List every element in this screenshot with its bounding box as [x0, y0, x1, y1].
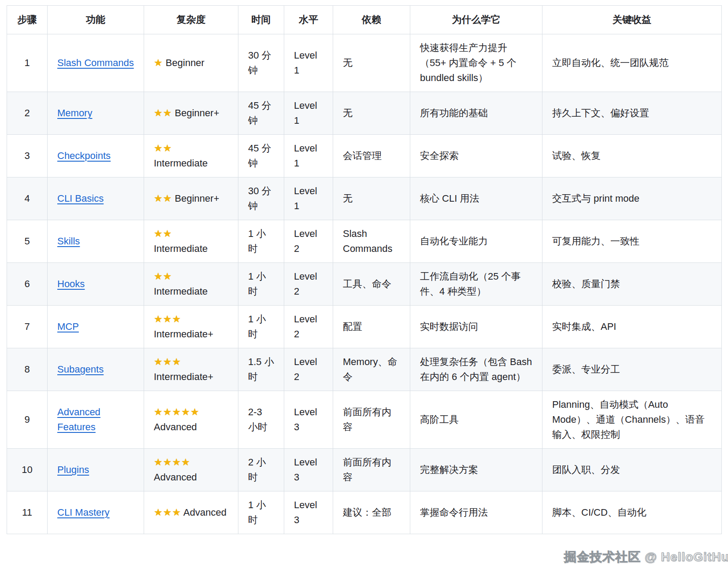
feature-link[interactable]: Checkpoints [57, 150, 111, 161]
step-cell: 7 [7, 306, 48, 348]
level-cell: Level 1 [284, 177, 333, 220]
step-cell: 6 [7, 263, 48, 306]
star-rating-icon: ★★★ [154, 314, 181, 325]
time-cell: 30 分钟 [238, 34, 284, 92]
feature-link[interactable]: Advanced Features [57, 406, 100, 432]
feature-cell: Plugins [48, 449, 144, 491]
step-cell: 2 [7, 92, 48, 135]
complexity-cell: ★★ Beginner+ [144, 92, 238, 135]
time-cell: 30 分钟 [238, 177, 284, 220]
time-cell: 45 分钟 [238, 135, 284, 177]
feature-link[interactable]: Skills [57, 236, 80, 247]
dependency-cell: 配置 [333, 306, 410, 348]
table-row: 9 Advanced Features ★★★★★ Advanced 2-3 小… [7, 391, 722, 449]
table-row: 6 Hooks ★★ Intermediate 1 小时 Level 2 工具、… [7, 263, 722, 306]
star-rating-icon: ★★★★ [154, 457, 190, 468]
complexity-label: Intermediate+ [154, 329, 213, 340]
table-header: 步骤 功能 复杂度 时间 水平 依赖 为什么学它 关键收益 [7, 6, 722, 34]
complexity-cell: ★★★ Intermediate+ [144, 348, 238, 391]
level-cell: Level 3 [284, 449, 333, 491]
complexity-label: Advanced [154, 472, 197, 483]
feature-link[interactable]: Subagents [57, 364, 104, 375]
time-cell: 1 小时 [238, 220, 284, 263]
benefit-cell: 可复用能力、一致性 [542, 220, 722, 263]
feature-cell: Subagents [48, 348, 144, 391]
complexity-cell: ★★★ Intermediate+ [144, 306, 238, 348]
dependency-cell: Slash Commands [333, 220, 410, 263]
why-cell: 工作流自动化（25 个事件、4 种类型） [410, 263, 542, 306]
page: 步骤 功能 复杂度 时间 水平 依赖 为什么学它 关键收益 1 Slash Co… [0, 0, 728, 576]
step-cell: 9 [7, 391, 48, 449]
header-step: 步骤 [7, 6, 48, 34]
benefit-cell: 立即自动化、统一团队规范 [542, 34, 722, 92]
table-row: 2 Memory ★★ Beginner+ 45 分钟 Level 1 无 所有… [7, 92, 722, 135]
feature-cell: Skills [48, 220, 144, 263]
time-cell: 1 小时 [238, 306, 284, 348]
dependency-cell: 无 [333, 34, 410, 92]
level-cell: Level 2 [284, 220, 333, 263]
header-time: 时间 [238, 6, 284, 34]
level-cell: Level 2 [284, 263, 333, 306]
benefit-cell: 脚本、CI/CD、自动化 [542, 491, 722, 534]
time-cell: 1 小时 [238, 263, 284, 306]
feature-link[interactable]: MCP [57, 321, 79, 332]
why-cell: 掌握命令行用法 [410, 491, 542, 534]
feature-cell: Checkpoints [48, 135, 144, 177]
benefit-cell: 委派、专业分工 [542, 348, 722, 391]
complexity-label: Intermediate [154, 158, 208, 169]
complexity-cell: ★ Beginner [144, 34, 238, 92]
step-cell: 5 [7, 220, 48, 263]
header-row: 步骤 功能 复杂度 时间 水平 依赖 为什么学它 关键收益 [7, 6, 722, 34]
step-cell: 11 [7, 491, 48, 534]
feature-link[interactable]: CLI Basics [57, 193, 104, 204]
level-cell: Level 1 [284, 135, 333, 177]
learning-path-table: 步骤 功能 复杂度 时间 水平 依赖 为什么学它 关键收益 1 Slash Co… [7, 5, 722, 534]
why-cell: 完整解决方案 [410, 449, 542, 491]
complexity-cell: ★★ Intermediate [144, 135, 238, 177]
star-rating-icon: ★★ [154, 228, 172, 239]
dependency-cell: 前面所有内容 [333, 449, 410, 491]
complexity-cell: ★★ Beginner+ [144, 177, 238, 220]
dependency-cell: 无 [333, 92, 410, 135]
table-row: 4 CLI Basics ★★ Beginner+ 30 分钟 Level 1 … [7, 177, 722, 220]
header-why: 为什么学它 [410, 6, 542, 34]
complexity-label: Advanced [154, 421, 197, 432]
feature-cell: MCP [48, 306, 144, 348]
table-row: 1 Slash Commands ★ Beginner 30 分钟 Level … [7, 34, 722, 92]
step-cell: 1 [7, 34, 48, 92]
dependency-cell: 前面所有内容 [333, 391, 410, 449]
feature-link[interactable]: Memory [57, 107, 92, 118]
time-cell: 2 小时 [238, 449, 284, 491]
step-cell: 4 [7, 177, 48, 220]
benefit-cell: 持久上下文、偏好设置 [542, 92, 722, 135]
feature-link[interactable]: Plugins [57, 464, 89, 475]
dependency-cell: Memory、命令 [333, 348, 410, 391]
why-cell: 高阶工具 [410, 391, 542, 449]
complexity-cell: ★★★ Advanced [144, 491, 238, 534]
why-cell: 所有功能的基础 [410, 92, 542, 135]
feature-cell: Memory [48, 92, 144, 135]
feature-link[interactable]: Slash Commands [57, 57, 134, 68]
level-cell: Level 1 [284, 34, 333, 92]
complexity-label: Beginner [166, 57, 204, 68]
header-complexity: 复杂度 [144, 6, 238, 34]
feature-cell: CLI Mastery [48, 491, 144, 534]
level-cell: Level 3 [284, 491, 333, 534]
why-cell: 处理复杂任务（包含 Bash 在内的 6 个内置 agent） [410, 348, 542, 391]
table-body: 1 Slash Commands ★ Beginner 30 分钟 Level … [7, 34, 722, 534]
time-cell: 45 分钟 [238, 92, 284, 135]
complexity-cell: ★★★★ Advanced [144, 449, 238, 491]
complexity-cell: ★★ Intermediate [144, 220, 238, 263]
complexity-label: Advanced [183, 507, 227, 518]
level-cell: Level 1 [284, 92, 333, 135]
dependency-cell: 建议：全部 [333, 491, 410, 534]
dependency-cell: 会话管理 [333, 135, 410, 177]
level-cell: Level 3 [284, 391, 333, 449]
level-cell: Level 2 [284, 348, 333, 391]
feature-link[interactable]: CLI Mastery [57, 507, 110, 518]
time-cell: 1 小时 [238, 491, 284, 534]
complexity-cell: ★★ Intermediate [144, 263, 238, 306]
feature-cell: Hooks [48, 263, 144, 306]
feature-link[interactable]: Hooks [57, 278, 85, 289]
level-cell: Level 2 [284, 306, 333, 348]
